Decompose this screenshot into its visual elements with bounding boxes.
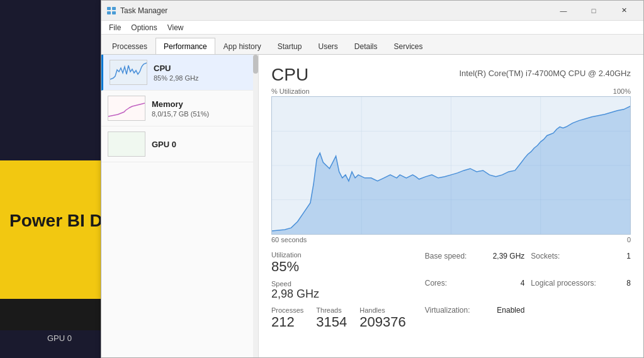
sidebar-scrollbar-thumb[interactable] bbox=[253, 55, 258, 74]
svg-rect-5 bbox=[108, 96, 145, 120]
memory-sidebar-info: Memory 8,0/15,7 GB (51%) bbox=[152, 99, 252, 118]
details-grid: Base speed: 2,39 GHz Sockets: 1 Cores: 4… bbox=[425, 251, 631, 330]
sidebar-scrollbar[interactable] bbox=[253, 55, 258, 357]
cpu-header: CPU Intel(R) Core(TM) i7-4700MQ CPU @ 2.… bbox=[271, 65, 631, 85]
app-icon bbox=[106, 6, 116, 16]
base-speed-value: 2,39 GHz bbox=[493, 252, 525, 276]
logical-value: 8 bbox=[626, 279, 631, 303]
chart-x-max: 0 bbox=[627, 236, 631, 243]
chart-y-max: 100% bbox=[613, 87, 631, 95]
chart-labels-top: % Utilization 100% bbox=[271, 87, 631, 95]
threads-label: Threads bbox=[316, 306, 347, 314]
chart-labels-bottom: 60 seconds 0 bbox=[271, 236, 631, 243]
memory-sidebar-name: Memory bbox=[152, 99, 252, 109]
svg-rect-4 bbox=[110, 60, 147, 84]
sockets-label: Sockets: bbox=[531, 252, 560, 276]
process-thread-stats: Processes 212 Threads 3154 Handles 20937… bbox=[271, 306, 406, 330]
sockets-value: 1 bbox=[626, 252, 631, 276]
cores-value: 4 bbox=[521, 279, 525, 303]
sidebar-item-cpu[interactable]: CPU 85% 2,98 GHz bbox=[101, 55, 258, 91]
menu-options[interactable]: Options bbox=[126, 22, 162, 33]
powerbi-gpu-label: GPU 0 bbox=[9, 333, 72, 343]
menu-view[interactable]: View bbox=[162, 22, 189, 33]
handles-value: 209376 bbox=[359, 314, 405, 330]
sidebar-item-memory[interactable]: Memory 8,0/15,7 GB (51%) bbox=[101, 91, 258, 126]
base-speed-row: Base speed: 2,39 GHz bbox=[425, 251, 525, 277]
sockets-row: Sockets: 1 bbox=[531, 251, 631, 277]
tab-details[interactable]: Details bbox=[346, 38, 386, 54]
gpu-sidebar-info: GPU 0 bbox=[152, 140, 252, 149]
cpu-thumbnail bbox=[110, 60, 147, 85]
tab-performance[interactable]: Performance bbox=[155, 38, 215, 54]
sidebar-item-gpu[interactable]: GPU 0 bbox=[101, 126, 258, 162]
main-content: CPU 85% 2,98 GHz Memory 8,0/15,7 GB (51%… bbox=[101, 55, 643, 357]
cpu-utilization-chart bbox=[271, 96, 631, 235]
chart-y-label: % Utilization bbox=[271, 87, 310, 95]
threads-value: 3154 bbox=[316, 314, 347, 330]
cores-row: Cores: 4 bbox=[425, 278, 525, 304]
cpu-chart-container: % Utilization 100% bbox=[271, 87, 631, 243]
processes-value: 212 bbox=[271, 314, 303, 330]
stats-left: Utilization 85% Speed 2,98 GHz Processes… bbox=[271, 251, 406, 330]
menu-bar: File Options View bbox=[101, 21, 643, 35]
processes-label: Processes bbox=[271, 306, 303, 314]
cpu-sidebar-stats: 85% 2,98 GHz bbox=[154, 74, 252, 82]
window-title: Task Manager bbox=[120, 6, 549, 15]
stats-grid: Utilization 85% Speed 2,98 GHz Processes… bbox=[271, 251, 631, 330]
cores-label: Cores: bbox=[425, 279, 447, 303]
virt-value: Enabled bbox=[497, 306, 524, 330]
svg-rect-1 bbox=[112, 7, 116, 10]
speed-label: Speed bbox=[271, 280, 406, 288]
close-button[interactable]: ✕ bbox=[609, 1, 638, 21]
svg-rect-2 bbox=[107, 11, 111, 14]
logical-label: Logical processors: bbox=[531, 279, 596, 303]
menu-file[interactable]: File bbox=[104, 22, 126, 33]
base-speed-label: Base speed: bbox=[425, 252, 467, 276]
speed-value: 2,98 GHz bbox=[271, 288, 406, 301]
chart-x-min: 60 seconds bbox=[271, 236, 307, 243]
maximize-button[interactable]: □ bbox=[579, 1, 608, 21]
logical-row: Logical processors: 8 bbox=[531, 278, 631, 304]
gpu-thumbnail bbox=[108, 131, 145, 157]
cpu-title: CPU bbox=[271, 65, 308, 85]
cpu-sidebar-name: CPU bbox=[154, 64, 252, 73]
window-controls: — □ ✕ bbox=[549, 1, 638, 21]
tab-bar: Processes Performance App history Startu… bbox=[101, 35, 643, 55]
virt-label: Virtualization: bbox=[425, 306, 470, 330]
tab-users[interactable]: Users bbox=[310, 38, 346, 54]
utilization-label: Utilization bbox=[271, 251, 406, 259]
virtualization-row: Virtualization: Enabled bbox=[425, 305, 525, 331]
svg-rect-0 bbox=[107, 7, 111, 10]
memory-thumbnail bbox=[108, 96, 145, 121]
cpu-model: Intel(R) Core(TM) i7-4700MQ CPU @ 2.40GH… bbox=[459, 65, 631, 78]
minimize-button[interactable]: — bbox=[549, 1, 578, 21]
tab-app-history[interactable]: App history bbox=[215, 38, 269, 54]
cpu-sidebar-info: CPU 85% 2,98 GHz bbox=[154, 64, 252, 82]
task-manager-window: Task Manager — □ ✕ File Options View Pro… bbox=[101, 0, 644, 358]
svg-rect-3 bbox=[112, 11, 116, 14]
utilization-stat: Utilization 85% bbox=[271, 251, 406, 275]
memory-sidebar-stats: 8,0/15,7 GB (51%) bbox=[152, 110, 252, 118]
speed-stat: Speed 2,98 GHz bbox=[271, 280, 406, 301]
tab-services[interactable]: Services bbox=[386, 38, 431, 54]
utilization-value: 85% bbox=[271, 259, 406, 275]
tab-startup[interactable]: Startup bbox=[269, 38, 310, 54]
cpu-detail-panel: CPU Intel(R) Core(TM) i7-4700MQ CPU @ 2.… bbox=[259, 55, 643, 357]
handles-label: Handles bbox=[359, 306, 405, 314]
processes-stat: Processes 212 bbox=[271, 306, 303, 330]
handles-stat: Handles 209376 bbox=[359, 306, 405, 330]
threads-stat: Threads 3154 bbox=[316, 306, 347, 330]
tab-processes[interactable]: Processes bbox=[104, 38, 155, 54]
sidebar: CPU 85% 2,98 GHz Memory 8,0/15,7 GB (51%… bbox=[101, 55, 259, 357]
title-bar: Task Manager — □ ✕ bbox=[101, 1, 643, 21]
gpu-sidebar-name: GPU 0 bbox=[152, 140, 252, 149]
